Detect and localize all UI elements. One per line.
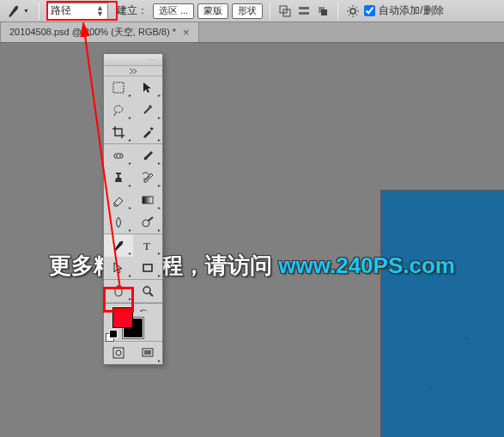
svg-rect-9 <box>150 127 154 130</box>
type-tool[interactable]: T▸ <box>133 234 162 257</box>
divider <box>337 3 338 20</box>
svg-point-20 <box>143 287 150 294</box>
document-tab[interactable]: 20104508.psd @ 200% (天空, RGB/8) * × <box>0 21 199 42</box>
svg-rect-8 <box>113 82 124 93</box>
eyedropper-tool[interactable]: ▸ <box>133 121 162 143</box>
svg-point-7 <box>350 9 355 14</box>
make-mask-button[interactable]: 蒙版 <box>197 3 228 19</box>
color-swatch-zone: ⤺ <box>104 303 162 341</box>
svg-rect-14 <box>116 173 121 174</box>
svg-point-11 <box>116 155 118 157</box>
document-canvas[interactable] <box>381 191 504 437</box>
svg-rect-10 <box>114 154 123 158</box>
svg-rect-15 <box>143 197 153 203</box>
watermark-cn: 更多精品教程，请访问 <box>49 252 278 278</box>
brush-tool[interactable]: ▸ <box>133 144 162 167</box>
select-stepper-icon: ▲▼ <box>96 5 104 17</box>
svg-rect-21 <box>113 348 124 358</box>
tools-panel: ∙∙ ▸ ▸ ▸ ▸ ▸ ▸ ▸ ▸ ▸ <box>103 53 163 365</box>
tool-mode-select[interactable]: 路径 ▲▼ <box>46 3 108 20</box>
svg-rect-19 <box>143 264 152 271</box>
chevron-down-icon: ▼ <box>23 8 29 14</box>
gear-icon[interactable] <box>345 3 361 19</box>
tool-grid: ▸ ▸ ▸ ▸ ▸ ▸ ▸ ▸ ▸ ▸ ▸ <box>104 76 162 302</box>
eraser-tool[interactable]: ▸ <box>104 189 133 211</box>
history-brush-tool[interactable]: ▸ <box>133 167 162 189</box>
auto-add-delete-checkbox[interactable]: 自动添加/删除 <box>364 3 443 18</box>
lasso-tool[interactable]: ▸ <box>104 99 133 121</box>
tool-mode-value: 路径 <box>51 3 71 18</box>
foreground-color-swatch[interactable] <box>112 307 133 328</box>
svg-point-17 <box>121 241 124 244</box>
rectangle-shape-tool[interactable]: ▸ <box>133 257 162 279</box>
path-alignment-icon[interactable] <box>296 3 312 19</box>
svg-rect-3 <box>299 7 309 9</box>
make-selection-button[interactable]: 选区 ... <box>153 3 194 19</box>
auto-add-delete-input[interactable] <box>364 5 375 16</box>
path-selection-tool[interactable]: ▸ <box>104 257 133 279</box>
svg-rect-4 <box>299 12 309 15</box>
tool-preset-picker[interactable]: ▼ <box>3 2 32 21</box>
divider <box>270 3 270 20</box>
magic-wand-tool[interactable]: ▸ <box>133 99 162 121</box>
clone-stamp-tool[interactable]: ▸ <box>104 167 133 189</box>
options-bar: ▼ 路径 ▲▼ 建立： 选区 ... 蒙版 形状 自动添加/删除 <box>0 0 504 22</box>
pen-tool[interactable]: ▸ <box>104 234 133 257</box>
svg-point-0 <box>16 5 18 7</box>
make-shape-button[interactable]: 形状 <box>232 3 263 19</box>
document-tab-title: 20104508.psd @ 200% (天空, RGB/8) * <box>9 26 176 39</box>
swap-colors-icon[interactable]: ⤺ <box>140 306 147 315</box>
blur-tool[interactable]: ▸ <box>104 211 133 234</box>
move-tool[interactable]: ▸ <box>133 76 162 99</box>
pen-icon <box>6 3 21 19</box>
divider <box>39 3 39 20</box>
path-arrangement-icon[interactable] <box>315 3 331 19</box>
svg-point-12 <box>119 155 121 157</box>
edit-modes-row: ▸ <box>104 341 162 364</box>
screen-mode[interactable]: ▸ <box>133 342 162 364</box>
rectangular-marquee-tool[interactable]: ▸ <box>104 76 133 99</box>
quick-mask-mode[interactable] <box>104 342 133 364</box>
panel-collapse-toggle[interactable] <box>104 66 162 76</box>
canvas-area: 更多精品教程，请访问 www.240PS.com <box>0 43 504 437</box>
hand-tool[interactable]: ▸ <box>104 280 133 302</box>
svg-point-16 <box>143 220 149 227</box>
default-colors-icon-bg <box>109 330 118 338</box>
zoom-tool[interactable] <box>133 280 162 302</box>
crop-tool[interactable]: ▸ <box>104 121 133 143</box>
panel-grip[interactable]: ∙∙ <box>104 54 162 66</box>
svg-rect-6 <box>321 9 327 15</box>
close-icon[interactable]: × <box>183 26 190 39</box>
grip-dots-icon: ∙∙ <box>150 56 157 64</box>
dodge-tool[interactable]: ▸ <box>133 211 162 234</box>
path-operations-icon[interactable] <box>277 3 293 19</box>
svg-text:T: T <box>143 240 150 252</box>
auto-add-delete-label: 自动添加/删除 <box>379 3 443 18</box>
gradient-tool[interactable]: ▸ <box>133 189 162 211</box>
create-label: 建立： <box>117 3 148 18</box>
document-tabs-bar: 20104508.psd @ 200% (天空, RGB/8) * × <box>0 22 504 43</box>
svg-rect-24 <box>144 350 151 355</box>
spot-healing-brush-tool[interactable]: ▸ <box>104 144 133 167</box>
svg-point-22 <box>116 350 121 355</box>
